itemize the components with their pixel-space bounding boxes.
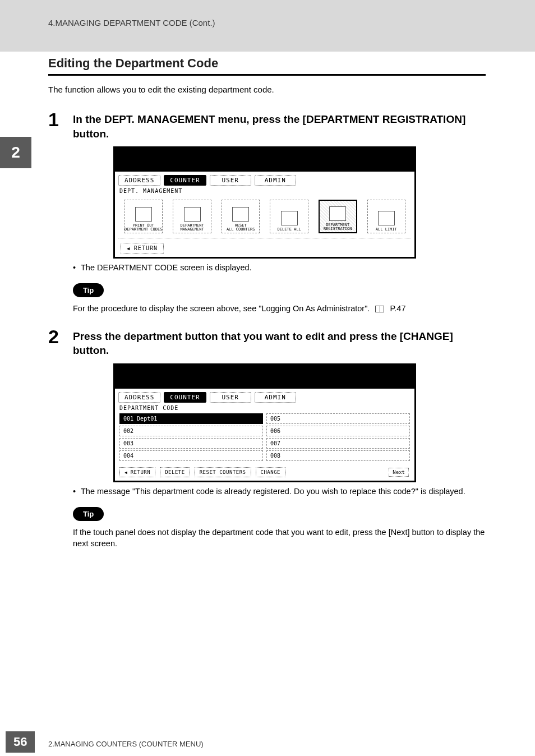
bullet-dot-2: • (73, 487, 81, 496)
ss2-row-006[interactable]: 006 (266, 426, 410, 436)
deptmgmt-icon (184, 207, 201, 222)
ss2-tab-admin[interactable]: ADMIN (255, 392, 296, 403)
ss1-icon-reset[interactable]: RESET ALL COUNTERS (222, 200, 260, 233)
step-1-text: In the DEPT. MANAGEMENT menu, press the … (73, 110, 486, 141)
ss2-resetcounters-button[interactable]: RESET COUNTERS (195, 467, 251, 477)
header-bar: 4.MANAGING DEPARTMENT CODE (Cont.) (0, 0, 535, 52)
ss1-subtitle: DEPT. MANAGEMENT (115, 187, 414, 196)
ss1-icon-deptmgmt-label: DEPARTMENT MANAGEMENT (181, 224, 204, 232)
ss1-icon-row: PRINT OUT DEPARTMENT CODES DEPARTMENT MA… (115, 196, 414, 238)
ss1-tab-counter[interactable]: COUNTER (164, 175, 206, 186)
deptreg-icon (329, 206, 346, 221)
ss1-tab-address[interactable]: ADDRESS (118, 175, 160, 186)
page-footer: 56 2.MANAGING COUNTERS (COUNTER MENU) (0, 736, 535, 756)
ss1-tab-user[interactable]: USER (210, 175, 251, 186)
step-1: 1 In the DEPT. MANAGEMENT menu, press th… (48, 110, 486, 141)
reset-icon (232, 207, 249, 222)
step-2-text: Press the department button that you wan… (73, 327, 486, 358)
ss2-subtitle: DEPARTMENT CODE (115, 404, 414, 413)
deleteall-icon (281, 211, 298, 225)
ss1-tabs: ADDRESS COUNTER USER ADMIN (115, 172, 414, 187)
ss1-icon-deptreg[interactable]: DEPARTMENT REGISTRATION (319, 200, 357, 233)
footer-text: 2.MANAGING COUNTERS (COUNTER MENU) (48, 740, 204, 748)
section-title: Editing the Department Code (48, 56, 486, 71)
section-rule (48, 74, 486, 76)
tip-1-badge: Tip (73, 283, 104, 297)
header-breadcrumb: 4.MANAGING DEPARTMENT CODE (Cont.) (48, 18, 215, 27)
ss1-icon-reset-label: RESET ALL COUNTERS (227, 224, 255, 232)
screenshot-1-wrap: ADDRESS COUNTER USER ADMIN DEPT. MANAGEM… (113, 146, 486, 259)
screenshot-2: ADDRESS COUNTER USER ADMIN DEPARTMENT CO… (113, 363, 416, 482)
step-1-bullet-text: The DEPARTMENT CODE screen is displayed. (81, 263, 252, 272)
ss2-row-001-name: Dept01 (137, 416, 157, 422)
ss1-icon-deleteall[interactable]: DELETE ALL (270, 200, 308, 233)
ss2-button-row: RETURN DELETE RESET COUNTERS CHANGE Next (115, 465, 414, 481)
ss1-hr (118, 238, 411, 238)
bullet-dot: • (73, 263, 81, 272)
step-1-bullet: • The DEPARTMENT CODE screen is displaye… (73, 263, 486, 272)
ss1-icon-alllimit[interactable]: ALL LIMIT (367, 200, 406, 233)
ss2-tab-address[interactable]: ADDRESS (118, 392, 160, 403)
step-2: 2 Press the department button that you w… (48, 327, 486, 358)
step-2-bullet-text: The message "This department code is alr… (81, 487, 465, 496)
ss1-icon-deptreg-label: DEPARTMENT REGISTRATION (324, 223, 352, 232)
ss1-icon-printout-label: PRINT OUT DEPARTMENT CODES (124, 224, 162, 232)
book-icon (375, 306, 384, 312)
ss2-tab-counter[interactable]: COUNTER (164, 392, 206, 403)
ss1-icon-alllimit-label: ALL LIMIT (376, 228, 397, 232)
tip-1-pageref: P.47 (390, 304, 406, 313)
ss1-icon-deptmgmt[interactable]: DEPARTMENT MANAGEMENT (173, 200, 211, 233)
ss2-tabs: ADDRESS COUNTER USER ADMIN (115, 389, 414, 404)
ss2-row-007[interactable]: 007 (266, 438, 410, 449)
step-2-number: 2 (48, 327, 73, 346)
alllimit-icon (378, 211, 395, 225)
ss2-tab-user[interactable]: USER (210, 392, 251, 403)
paper-area: 4.MANAGING DEPARTMENT CODE (Cont.) 2 Edi… (0, 0, 535, 756)
ss2-next-button[interactable]: Next (389, 468, 409, 477)
ss2-change-button[interactable]: CHANGE (256, 467, 286, 477)
ss1-icon-deleteall-label: DELETE ALL (278, 228, 301, 232)
step-2-bullet: • The message "This department code is a… (73, 487, 486, 496)
ss2-col-right: 005 006 007 008 (266, 413, 410, 463)
ss2-row-008[interactable]: 008 (266, 450, 410, 461)
ss1-tab-admin[interactable]: ADMIN (255, 175, 296, 186)
printout-icon (135, 207, 152, 222)
ss2-row-003[interactable]: 003 (119, 438, 263, 449)
step-1-number: 1 (48, 110, 73, 129)
page-number: 56 (6, 731, 35, 753)
content-area: Editing the Department Code The function… (48, 56, 486, 561)
ss1-black-top (115, 148, 414, 172)
ss2-row-001[interactable]: 001 Dept01 (119, 413, 263, 424)
ss2-cols: 001 Dept01 002 003 004 005 006 007 008 (119, 413, 410, 463)
ss2-black-top (115, 365, 414, 389)
intro-text: The function allows you to edit the exis… (48, 85, 486, 94)
tip-2-text: If the touch panel does not display the … (73, 527, 486, 550)
tip-1-prefix: For the procedure to display the screen … (73, 304, 370, 313)
screenshot-2-wrap: ADDRESS COUNTER USER ADMIN DEPARTMENT CO… (113, 363, 486, 482)
ss2-col-left: 001 Dept01 002 003 004 (119, 413, 263, 463)
page: 4.MANAGING DEPARTMENT CODE (Cont.) 2 Edi… (0, 0, 535, 756)
chapter-badge: 2 (0, 137, 31, 168)
ss2-list: 001 Dept01 002 003 004 005 006 007 008 (115, 413, 414, 465)
ss2-row-004[interactable]: 004 (119, 450, 263, 461)
ss2-return-button[interactable]: RETURN (119, 467, 155, 477)
screenshot-1: ADDRESS COUNTER USER ADMIN DEPT. MANAGEM… (113, 146, 416, 259)
ss1-icon-printout[interactable]: PRINT OUT DEPARTMENT CODES (124, 200, 163, 233)
ss2-row-005[interactable]: 005 (266, 413, 410, 424)
tip-1-text: For the procedure to display the screen … (73, 303, 486, 314)
ss2-row-002[interactable]: 002 (119, 426, 263, 436)
ss1-return-button[interactable]: RETURN (121, 243, 164, 253)
ss2-delete-button[interactable]: DELETE (160, 467, 190, 477)
tip-2-badge: Tip (73, 507, 104, 521)
ss2-row-001-id: 001 (123, 416, 133, 422)
